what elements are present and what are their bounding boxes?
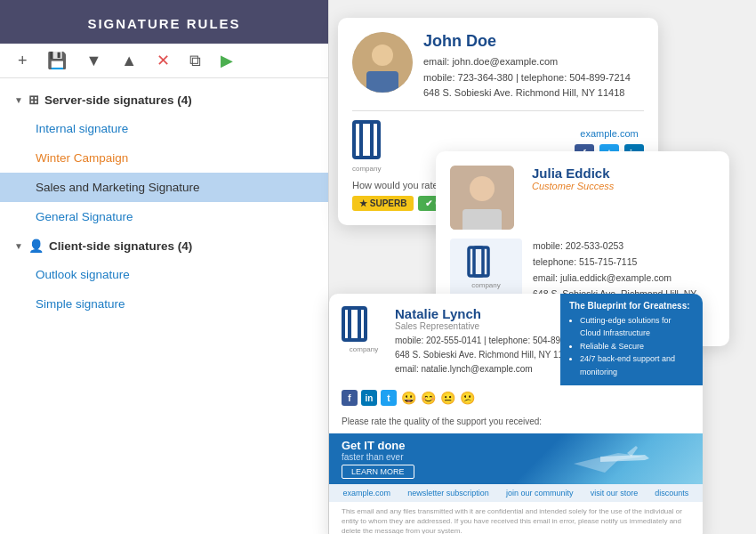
left-panel: SIGNATURE RULES + 💾 ▼ ▲ ✕ ⧉ ▶ ▼ ⊞ Server… bbox=[0, 0, 329, 534]
tree-item-general[interactable]: General Signature bbox=[0, 202, 328, 231]
rating-superb[interactable]: ★ SUPERB bbox=[352, 196, 414, 211]
server-side-group-label: Server-side signatures (4) bbox=[44, 93, 192, 107]
li-icon-natalie[interactable]: in bbox=[361, 390, 377, 406]
logo-card3: company bbox=[342, 306, 386, 353]
tree-item-sales[interactable]: Sales and Marketing Signature bbox=[0, 173, 328, 202]
banner-row: Get IT done faster than ever LEARN MORE … bbox=[329, 433, 703, 484]
emoji1: 😀 bbox=[400, 390, 416, 406]
svg-rect-11 bbox=[469, 247, 483, 276]
emoji3: 😐 bbox=[439, 390, 455, 406]
company-label-card1: company bbox=[352, 165, 402, 173]
more-button[interactable]: ▶ bbox=[217, 51, 237, 70]
cta-button[interactable]: LEARN MORE bbox=[342, 465, 414, 479]
banner-image bbox=[516, 433, 703, 484]
svg-point-8 bbox=[470, 176, 495, 201]
grid-icon: ⊞ bbox=[28, 93, 39, 107]
person-icon: 👤 bbox=[28, 239, 44, 253]
save-button[interactable]: 💾 bbox=[44, 51, 70, 70]
name-john-doe: John Doe bbox=[423, 32, 631, 51]
email-john-doe: email: john.doe@example.com bbox=[423, 54, 631, 70]
footer-link-4[interactable]: visit our store bbox=[591, 489, 639, 498]
server-side-group-header[interactable]: ▼ ⊞ Server-side signatures (4) bbox=[0, 85, 328, 114]
tree-item-simple[interactable]: Simple signature bbox=[0, 289, 328, 319]
website-card1: example.com bbox=[575, 128, 644, 139]
name-julia: Julia Eddick bbox=[532, 166, 614, 181]
company-logo-card1: company bbox=[352, 120, 402, 159]
avatar-john-doe bbox=[352, 32, 413, 93]
mobile-julia: mobile: 202-533-0253 bbox=[533, 239, 715, 255]
emoji2: 😊 bbox=[420, 390, 436, 406]
tree-item-internal[interactable]: Internal signature bbox=[0, 114, 328, 143]
svg-point-1 bbox=[372, 44, 393, 66]
mobile-john-doe: mobile: 723-364-380 | telephone: 504-899… bbox=[423, 70, 631, 86]
address-john-doe: 648 S. Sobieski Ave. Richmond Hill, NY 1… bbox=[423, 85, 631, 101]
tree-item-outlook[interactable]: Outlook signature bbox=[0, 260, 328, 289]
footer-link-2[interactable]: newsletter subscription bbox=[407, 489, 489, 498]
card-natalie-lynch: company Natalie Lynch Sales Representati… bbox=[329, 294, 703, 534]
svg-rect-3 bbox=[366, 71, 398, 93]
card3-footer: example.com newsletter subscription join… bbox=[329, 484, 703, 502]
panel-title: SIGNATURE RULES bbox=[0, 0, 328, 44]
client-side-group-label: Client-side signatures (4) bbox=[49, 239, 192, 253]
rating-text-natalie: Please rate the quality of the support y… bbox=[342, 417, 542, 426]
tree-item-winter[interactable]: Winter Campaign bbox=[0, 143, 328, 173]
cta-sub: faster than ever bbox=[342, 452, 503, 462]
add-button[interactable]: + bbox=[14, 51, 31, 70]
toolbar: + 💾 ▼ ▲ ✕ ⧉ ▶ bbox=[0, 44, 328, 78]
delete-button[interactable]: ✕ bbox=[153, 51, 173, 70]
telephone-julia: telephone: 515-715-7115 bbox=[533, 255, 715, 271]
fb-icon-natalie[interactable]: f bbox=[342, 390, 358, 406]
copy-button[interactable]: ⧉ bbox=[186, 51, 205, 70]
email-julia: email: julia.eddick@example.com bbox=[533, 271, 715, 287]
bullet-1: Cutting-edge solutions for Cloud Infrast… bbox=[580, 314, 694, 340]
footer-link-5[interactable]: discounts bbox=[655, 489, 688, 498]
cta-section: Get IT done faster than ever LEARN MORE bbox=[329, 433, 516, 484]
logo-label-card3: company bbox=[342, 345, 386, 353]
tw-icon-natalie[interactable]: t bbox=[381, 390, 397, 406]
logo-label-card2: company bbox=[457, 281, 515, 289]
cta-title: Get IT done bbox=[342, 439, 503, 452]
bullet-3: 24/7 back-end support and monitoring bbox=[580, 352, 694, 378]
company-logo-card2 bbox=[467, 246, 506, 278]
banner-title: The Blueprint for Greatness: bbox=[569, 301, 694, 311]
chevron-icon-2: ▼ bbox=[14, 241, 23, 251]
svg-rect-10 bbox=[462, 209, 502, 230]
chevron-icon: ▼ bbox=[14, 95, 23, 105]
move-up-button[interactable]: ▲ bbox=[117, 51, 141, 70]
move-down-button[interactable]: ▼ bbox=[83, 51, 106, 70]
legal-text: This email and any files transmitted wit… bbox=[329, 502, 703, 534]
footer-link-3[interactable]: join our community bbox=[506, 489, 574, 498]
banner-bullets: Cutting-edge solutions for Cloud Infrast… bbox=[569, 314, 694, 378]
bullet-2: Reliable & Secure bbox=[580, 340, 694, 352]
footer-link-1[interactable]: example.com bbox=[343, 489, 391, 498]
social-icons-natalie: f in t 😀 😊 😐 😕 bbox=[329, 390, 703, 413]
svg-rect-12 bbox=[474, 247, 488, 276]
blueprint-banner: The Blueprint for Greatness: Cutting-edg… bbox=[560, 294, 703, 385]
preview-area: John Doe email: john.doe@example.com mob… bbox=[320, 0, 756, 534]
tree-area: ▼ ⊞ Server-side signatures (4) Internal … bbox=[0, 78, 328, 534]
rating-section-natalie: Please rate the quality of the support y… bbox=[329, 413, 703, 433]
subtitle-julia: Customer Success bbox=[532, 181, 614, 191]
client-side-group-header[interactable]: ▼ 👤 Client-side signatures (4) bbox=[0, 231, 328, 260]
avatar-julia bbox=[450, 166, 514, 230]
emoji4: 😕 bbox=[459, 390, 475, 406]
